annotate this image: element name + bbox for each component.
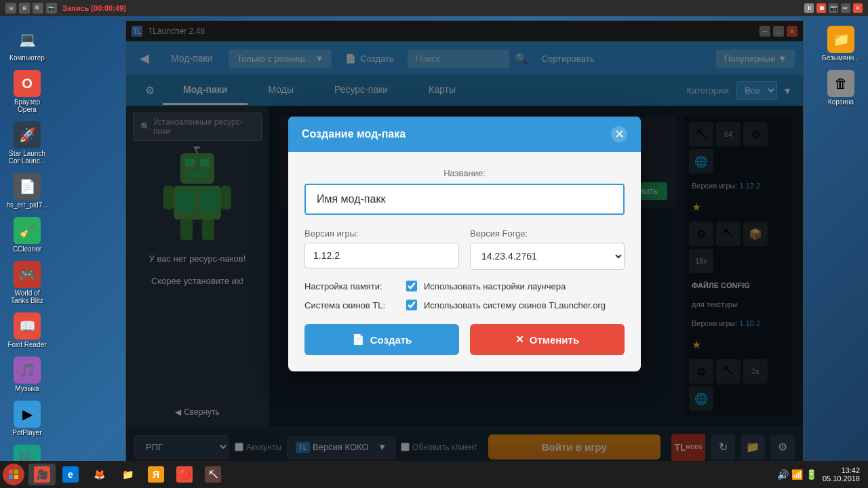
svg-rect-14: [14, 470, 18, 474]
desktop-icon-potplayer[interactable]: ▶ PotPlayer: [3, 398, 52, 439]
taskbar-top: ⊞ 🖥 🔍 📷 Запись [00:00:49] ⏸ ⏹ 📷 ✏ ✕: [0, 0, 868, 16]
forge-version-half: Версия Forge: 14.23.4.2761: [470, 228, 625, 270]
modal-body: Название: Версия игры: Версия Forge: 14.…: [288, 152, 641, 371]
music-icon: 🎵: [14, 357, 41, 384]
foxit-icon: 📖: [14, 312, 41, 340]
taskbar-app-bandicam[interactable]: 🎥: [28, 464, 56, 485]
taskbar-time-display: 13:42: [823, 466, 860, 474]
taskbar-icon-2[interactable]: 🖥: [19, 3, 30, 14]
taskbar-date-display: 05.10.2018: [823, 474, 860, 483]
desktop-icon-bezymjanno[interactable]: 📁 Безымянн...: [816, 23, 865, 64]
forge-version-label: Версия Forge:: [470, 228, 625, 239]
game-version-label: Версия игры:: [304, 228, 459, 239]
world-of-tanks-icon: 🎮: [14, 261, 41, 288]
world-of-tanks-label: World of Tanks Blitz: [5, 289, 49, 304]
foxit-label: Foxit Reader: [7, 341, 46, 348]
systray-icon-2[interactable]: 📶: [791, 469, 803, 480]
taskbar-clock[interactable]: 13:42 05.10.2018: [823, 466, 860, 483]
taskbar-icon-4[interactable]: 📷: [46, 3, 57, 14]
name-input[interactable]: [304, 184, 625, 215]
potplayer-label: PotPlayer: [12, 429, 41, 436]
modal-header: Создание мод-пака ✕: [288, 117, 641, 152]
ccleaner-icon: 🧹: [14, 217, 41, 244]
desktop-icon-world-of-tanks[interactable]: 🎮 World of Tanks Blitz: [3, 258, 52, 307]
yandex-taskbar-icon: Я: [148, 466, 164, 483]
taskbar-app-explorer[interactable]: 📁: [114, 464, 141, 485]
skins-row: Система скинов TL: Использовать систему …: [304, 300, 625, 310]
modal-close-button[interactable]: ✕: [611, 126, 627, 142]
top-cam-btn[interactable]: 📷: [829, 3, 838, 13]
skins-value-label: Использовать систему скинов TLauncher.or…: [424, 300, 606, 310]
start-button[interactable]: [3, 464, 24, 485]
taskbar-icon-3[interactable]: 🔍: [33, 3, 43, 14]
top-pen-btn[interactable]: ✏: [841, 3, 850, 13]
desktop-icon-star-launch[interactable]: 🚀 Star Launch Cor Launc...: [3, 119, 52, 167]
taskbar-right: 🔊 📶 🔋 13:42 05.10.2018: [777, 466, 865, 483]
taskbar-app-yandex[interactable]: Я: [142, 464, 170, 485]
forge-version-select[interactable]: 14.23.4.2761: [470, 243, 625, 270]
taskbar-app-ie[interactable]: e: [57, 464, 84, 485]
svg-rect-16: [14, 475, 18, 479]
desktop-icons-left: 💻 Компьютер O Браузер Opera 🚀 Star Launc…: [0, 20, 54, 488]
desktop-icon-korzina[interactable]: 🗑 Корзина: [816, 67, 865, 108]
game-version-input[interactable]: [304, 243, 459, 268]
desktop-icons-right: 📁 Безымянн... 🗑 Корзина: [814, 20, 868, 111]
taskbar-app-firefox[interactable]: 🦊: [85, 464, 113, 485]
browser-icon: O: [14, 70, 41, 97]
svg-rect-15: [9, 475, 13, 479]
taskbar-app-red[interactable]: 🔴: [171, 464, 198, 485]
top-close-btn[interactable]: ✕: [853, 3, 863, 13]
desktop-icon-music[interactable]: 🎵 Музыка: [3, 354, 52, 395]
korzina-label: Корзина: [828, 98, 854, 106]
memory-label: Настройка памяти:: [304, 281, 399, 291]
red-app-taskbar-icon: 🔴: [176, 466, 193, 483]
desktop-icon-ccleaner[interactable]: 🧹 CCleaner: [3, 214, 52, 256]
top-pause-btn[interactable]: ⏸: [804, 3, 814, 13]
desktop-icon-computer[interactable]: 💻 Компьютер: [3, 23, 52, 64]
bandicam-taskbar-icon: 🎥: [34, 466, 50, 483]
version-row: Версия игры: Версия Forge: 14.23.4.2761: [304, 228, 625, 270]
systray-icon-3[interactable]: 🔋: [806, 469, 817, 480]
top-stop-btn[interactable]: ⏹: [816, 3, 826, 13]
skins-label: Система скинов TL:: [304, 300, 399, 310]
desktop-icon-foxit[interactable]: 📖 Foxit Reader: [3, 310, 52, 351]
modal-overlay: Создание мод-пака ✕ Название: Версия игр…: [126, 21, 803, 467]
hs-err-label: hs_err_pid7...: [6, 201, 47, 209]
desktop: ⊞ 🖥 🔍 📷 Запись [00:00:49] ⏸ ⏹ 📷 ✏ ✕ www.…: [0, 0, 868, 488]
name-field-label: Название:: [304, 168, 625, 178]
browser-label: Браузер Opera: [5, 98, 49, 113]
desktop-icon-hs-err[interactable]: 📄 hs_err_pid7...: [3, 170, 52, 211]
taskbar-app-minecraft[interactable]: ⛏: [199, 464, 226, 485]
firefox-taskbar-icon: 🦊: [91, 466, 107, 483]
systray: 🔊 📶 🔋: [777, 469, 817, 480]
game-version-half: Версия игры:: [304, 228, 459, 270]
skins-checkbox[interactable]: [406, 300, 417, 310]
create-doc-icon: 📄: [352, 333, 365, 346]
svg-rect-13: [9, 470, 13, 474]
explorer-taskbar-icon: 📁: [119, 466, 136, 483]
systray-icon-1[interactable]: 🔊: [777, 469, 789, 480]
potplayer-icon: ▶: [14, 401, 41, 428]
minecraft-taskbar-icon: ⛏: [205, 466, 221, 483]
taskbar-bottom: 🎥 e 🦊 📁 Я 🔴 ⛏ 🔊 📶 🔋 13:42: [0, 461, 868, 488]
ie-taskbar-icon: e: [62, 466, 79, 483]
taskbar-top-icons: ⊞ 🖥 🔍 📷: [5, 3, 57, 14]
tlauncher-window: TL TLauncher 2.48 ─ □ ✕ ◀ Мод-паки Тольк…: [125, 20, 804, 468]
taskbar-icon-1[interactable]: ⊞: [5, 3, 16, 14]
modal-create-button[interactable]: 📄 Создать: [304, 324, 459, 355]
modal-title: Создание мод-пака: [302, 128, 406, 140]
computer-icon: 💻: [14, 26, 41, 53]
star-launch-label: Star Launch Cor Launc...: [5, 150, 49, 165]
bezymjanno-label: Безымянн...: [822, 54, 859, 62]
korzina-icon: 🗑: [827, 70, 854, 97]
desktop-icon-browser[interactable]: O Браузер Opera: [3, 67, 52, 116]
star-launch-icon: 🚀: [14, 121, 41, 148]
modal-buttons: 📄 Создать ✕ Отменить: [304, 324, 625, 355]
memory-checkbox[interactable]: [406, 281, 417, 291]
memory-row: Настройка памяти: Использовать настройки…: [304, 281, 625, 291]
ccleaner-label: CCleaner: [13, 245, 41, 253]
bezymjanno-icon: 📁: [827, 26, 854, 53]
modal-cancel-button[interactable]: ✕ Отменить: [470, 324, 625, 355]
create-modpack-modal: Создание мод-пака ✕ Название: Версия игр…: [288, 117, 641, 371]
windows-logo-icon: [8, 469, 19, 480]
